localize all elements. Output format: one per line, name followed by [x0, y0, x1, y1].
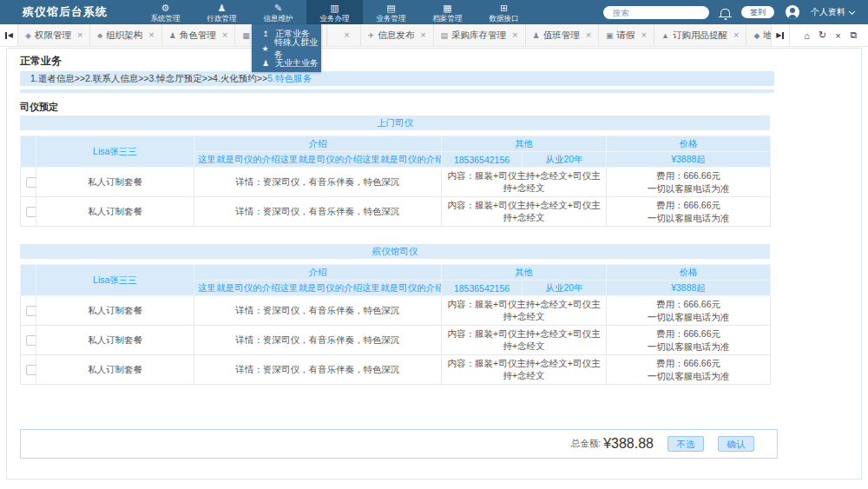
menu-item-label: 行政管理 — [207, 15, 237, 23]
tab-采购库存管理[interactable]: ▤ 采购库存管理 × — [434, 24, 526, 46]
tab-close-icon[interactable]: × — [148, 30, 154, 40]
top-menu-item-行政管理[interactable]: ♟ 行政管理 — [194, 0, 250, 24]
top-menu-item-系统管理[interactable]: ⚙ 系统管理 — [137, 0, 194, 24]
step-2: 2.联系人信息 — [85, 73, 138, 83]
skip-button[interactable]: 不选 — [667, 436, 704, 452]
tab-地方特色服务[interactable]: ◆ 地方特色服务 × — [746, 24, 771, 46]
service-section: 上门司仪 Lisa张三三 介绍 其他 价格 这里就是司仪的介绍这里就是司仪的介绍… — [7, 116, 861, 227]
dropdown-item-特殊人群业务[interactable]: ★ 特殊人群业务 — [252, 41, 321, 56]
refresh-icon[interactable]: ↻ — [817, 30, 828, 41]
normal-business-icon: ↥ — [261, 30, 270, 38]
price-subheader: ¥3888起 — [607, 152, 771, 168]
leave-icon: ▣ — [606, 31, 614, 40]
intro-subheader: 这里就是司仪的介绍这里就是司仪的介绍这里就是司仪的介绍 — [194, 152, 442, 168]
tab-close-icon[interactable]: × — [344, 30, 349, 40]
experience-subheader: 从业20年 — [523, 281, 607, 296]
app-title: 殡仪馆后台系统 — [0, 4, 130, 20]
fee-amount: 费用：666.66元 — [612, 199, 765, 212]
tab-角色管理[interactable]: ♟ 角色管理 × — [162, 24, 236, 46]
tab-权限管理[interactable]: ◈ 权限管理 × — [18, 24, 90, 46]
fee-note: 一切以客服电话为准 — [612, 370, 765, 383]
row-checkbox[interactable] — [26, 177, 36, 188]
step-separator: >> — [75, 73, 85, 83]
tab-close-icon[interactable]: × — [77, 30, 82, 40]
top-menu-item-数据接口[interactable]: ⊞ 数据接口 — [476, 0, 532, 24]
special-group-icon: ★ — [261, 44, 269, 53]
tabs-scroll-left-button[interactable]: ◀ — [0, 24, 18, 46]
price-header: 价格 — [607, 265, 771, 281]
dropdown-item-无业主业务[interactable]: ♟ 无业主业务 — [252, 56, 321, 70]
signin-button[interactable]: 签到 — [741, 6, 774, 18]
fee-amount: 费用：666.66元 — [612, 298, 765, 311]
confirm-button[interactable]: 确认 — [718, 436, 754, 452]
top-menu-item-业务办理[interactable]: ▥ 业务办理 — [306, 0, 363, 24]
tab-label: 地方特色服务 — [763, 30, 771, 42]
settings-icon: ⚙ — [161, 3, 170, 13]
top-menu-item-信息维护[interactable]: ✎ 信息维护 — [250, 0, 306, 24]
inventory-icon: ▤ — [441, 31, 449, 40]
home-icon[interactable]: ⌂ — [801, 30, 812, 41]
package-cell: 私人订制套餐 — [36, 355, 194, 385]
tab-close-icon[interactable]: × — [512, 30, 517, 40]
service-row: 私人订制套餐 详情：资深司仪，有音乐伴奏，特色深沉 内容：服装+司仪主持+念经文… — [21, 296, 771, 326]
fee-cell: 费用：666.66元 一切以客服电话为准 — [607, 326, 771, 355]
fee-cell: 费用：666.66元 一切以客服电话为准 — [607, 168, 771, 197]
presenter-header: Lisa张三三 — [36, 136, 194, 168]
other-header: 其他 — [442, 265, 607, 281]
service-row: 私人订制套餐 详情：资深司仪，有音乐伴奏，特色深沉 内容：服装+司仪主持+念经文… — [21, 355, 771, 385]
tab-请假[interactable]: ▣ 请假 × — [599, 24, 654, 46]
tab-label: 角色管理 — [180, 30, 216, 42]
price-subheader: ¥3888起 — [607, 281, 771, 296]
content-card: 正常业务 1.逝者信息>>2.联系人信息>>3.悼念厅预定>>4.火化预约>>5… — [6, 48, 862, 479]
tab-label: 权限管理 — [35, 30, 71, 42]
tabs-scroll-right-button[interactable]: ▶ — [771, 24, 789, 46]
notification-bell-icon[interactable] — [720, 9, 730, 17]
search-box — [603, 6, 709, 19]
detail-cell: 详情：资深司仪，有音乐伴奏，特色深沉 — [194, 168, 442, 197]
top-menu-item-档案管理[interactable]: ▦ 档案管理 — [419, 0, 476, 24]
row-checkbox[interactable] — [26, 207, 36, 217]
row-checkbox[interactable] — [26, 306, 36, 316]
tab-hidden[interactable]: × — [327, 24, 360, 46]
tab-值班管理[interactable]: ♟ 值班管理 × — [526, 24, 600, 46]
tab-close-icon[interactable]: × — [733, 30, 739, 40]
step-separator: >> — [138, 73, 148, 83]
checkbox-cell — [21, 296, 36, 326]
detail-cell: 详情：资深司仪，有音乐伴奏，特色深沉 — [194, 355, 442, 385]
service-banner: 殡仪馆司仪 — [20, 244, 770, 259]
row-checkbox[interactable] — [26, 335, 36, 346]
menu-item-label: 业务办理 — [320, 15, 350, 23]
scroll-left-bar-icon — [5, 32, 7, 39]
service-row: 私人订制套餐 详情：资深司仪，有音乐伴奏，特色深沉 内容：服装+司仪主持+念经文… — [21, 326, 771, 355]
content-cell: 内容：服装+司仪主持+念经文+司仪主持+念经文 — [442, 197, 607, 227]
content-cell: 内容：服装+司仪主持+念经文+司仪主持+念经文 — [442, 168, 607, 197]
top-menu-item-业务管理[interactable]: ▤ 业务管理 — [363, 0, 419, 24]
avatar[interactable] — [786, 5, 799, 19]
tab-组织架构[interactable]: ♣ 组织架构 × — [90, 24, 161, 46]
chevron-down-icon — [849, 8, 855, 14]
profile-menu[interactable]: 个人资料 — [811, 6, 854, 18]
fee-note: 一切以客服电话为准 — [612, 212, 765, 225]
row-checkbox[interactable] — [26, 365, 36, 375]
fullscreen-icon[interactable]: ⧉ — [848, 30, 859, 41]
search-input[interactable] — [611, 7, 701, 18]
intro-subheader: 这里就是司仪的介绍这里就是司仪的介绍这里就是司仪的介绍 — [194, 281, 442, 296]
section-label: 司仪预定 — [20, 101, 861, 114]
tab-close-icon[interactable]: × — [420, 30, 425, 40]
tab-bar: ◀ ◈ 权限管理 × ♣ 组织架构 × ♟ 角色管理 × ▦ 任务调度管理 × … — [0, 24, 868, 47]
task-schedule-icon: ▦ — [242, 31, 250, 40]
archive-grid-icon: ▦ — [443, 3, 451, 13]
tab-信息发布[interactable]: ✈ 信息发布 × — [361, 24, 434, 46]
package-cell: 私人订制套餐 — [36, 296, 194, 326]
tab-订购用品提醒[interactable]: ▲ 订购用品提醒 × — [654, 24, 746, 46]
tab-close-icon[interactable]: × — [586, 30, 591, 40]
menu-item-label: 业务管理 — [377, 15, 406, 23]
no-owner-icon: ♟ — [261, 59, 270, 68]
scroll-left-arrow-icon: ◀ — [8, 32, 13, 39]
tab-close-icon[interactable]: × — [641, 30, 647, 40]
close-all-icon[interactable]: × — [832, 30, 844, 41]
total-label: 总金额: — [571, 438, 601, 450]
checkbox-column-header — [21, 265, 36, 296]
tab-close-icon[interactable]: × — [222, 30, 227, 40]
menu-item-label: 数据接口 — [490, 15, 519, 23]
